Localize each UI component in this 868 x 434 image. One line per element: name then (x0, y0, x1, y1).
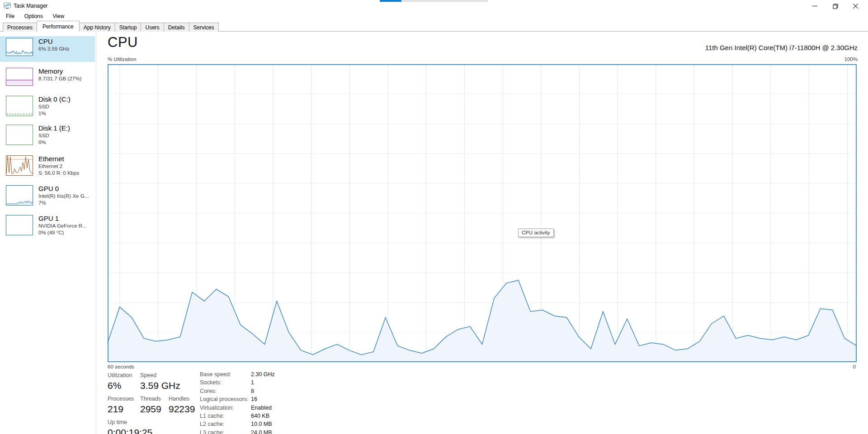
tab-app-history[interactable]: App history (79, 23, 115, 32)
gpu1-mini-chart (6, 215, 33, 235)
close-button[interactable] (845, 0, 866, 12)
task-manager-icon (4, 2, 11, 9)
stat-right-value: 1 (251, 379, 254, 386)
sidebar-item-title: Memory (38, 67, 81, 75)
minimize-icon (812, 4, 817, 9)
stat-right-label: Cores: (200, 388, 217, 394)
gpu0-mini-chart (6, 185, 33, 205)
stat-uptime-label: Up time (108, 419, 127, 425)
stat-utilization-label: Utilization (108, 372, 132, 378)
tab-services[interactable]: Services (189, 23, 219, 32)
minimize-button[interactable] (805, 0, 825, 12)
stat-right-label: Base speed: (200, 371, 231, 378)
y-max-label: 100% (844, 56, 858, 62)
stat-utilization-value: 6% (108, 380, 121, 391)
stat-right-label: Sockets: (200, 379, 222, 386)
stat-right-value: 8 (251, 388, 254, 394)
sidebar-item-title: GPU 1 (38, 214, 87, 223)
memory-mini-chart (6, 68, 33, 86)
sidebar-item-title: GPU 0 (38, 184, 89, 193)
sidebar-item-title: Ethernet (38, 154, 79, 163)
tab-performance[interactable]: Performance (37, 21, 80, 32)
sidebar-item-gpu1[interactable]: GPU 1NVIDIA GeForce R...0% (49 °C) (0, 213, 95, 242)
sidebar-item-memory[interactable]: Memory8.7/31.7 GB (27%) (0, 66, 95, 92)
sidebar-item-title: Disk 0 (C:) (38, 95, 71, 103)
menu-bar: File Options View (0, 12, 868, 21)
stat-uptime-value: 0:00:19:25 (108, 427, 152, 434)
stat-right-value: 24.0 MB (251, 429, 272, 434)
stat-right-label: Virtualization: (200, 405, 234, 411)
sidebar-item-disk0[interactable]: Disk 0 (C:)SSD1% (0, 94, 95, 123)
stat-right-label: L2 cache: (200, 421, 224, 427)
window-title: Task Manager (14, 3, 47, 9)
tab-users[interactable]: Users (141, 23, 164, 32)
stat-right-label: L3 cache: (200, 429, 224, 434)
cpu-panel: CPU 11th Gen Intel(R) Core(TM) i7-11800H… (96, 32, 868, 434)
stat-handles-value: 92239 (169, 404, 195, 415)
stat-right-value: 16 (251, 396, 257, 402)
restore-icon (833, 4, 838, 9)
sidebar-item-line3: 7% (38, 200, 89, 206)
stat-handles-label: Handles (169, 396, 189, 402)
cpu-utilization-chart[interactable] (108, 64, 857, 362)
page-title: CPU (108, 34, 138, 51)
x-left-label: 60 seconds (108, 364, 134, 369)
stat-processes-label: Processes (108, 396, 134, 402)
tab-processes[interactable]: Processes (3, 23, 37, 32)
sidebar-item-line3: S: 56.0 R: 0 Kbps (38, 170, 79, 177)
menu-options[interactable]: Options (21, 12, 47, 20)
close-icon (853, 4, 858, 9)
sidebar-item-line2: Intel(R) Iris(R) Xe G... (38, 193, 89, 200)
stat-threads-value: 2959 (140, 404, 161, 415)
sidebar-item-line2: SSD (38, 103, 71, 110)
performance-sidebar: CPU6% 3.59 GHzMemory8.7/31.7 GB (27%)Dis… (0, 32, 96, 434)
stat-right-label: L1 cache: (200, 413, 224, 419)
sidebar-item-gpu0[interactable]: GPU 0Intel(R) Iris(R) Xe G...7% (0, 183, 95, 212)
y-axis-label: % Utilization (108, 56, 136, 62)
stat-right-label: Logical processors: (200, 396, 249, 402)
sidebar-item-title: Disk 1 (E:) (38, 124, 70, 132)
sidebar-item-line3: 1% (38, 110, 71, 117)
tab-details[interactable]: Details (164, 23, 189, 32)
stat-right-value: 10.0 MB (251, 421, 272, 427)
cpu-mini-chart (6, 38, 33, 56)
x-right-label: 0 (853, 364, 856, 369)
tab-bar: Processes Performance App history Startu… (0, 21, 868, 32)
menu-file[interactable]: File (2, 12, 18, 20)
stat-processes-value: 219 (108, 404, 123, 415)
title-bar: Task Manager (0, 0, 868, 12)
sidebar-item-title: CPU (38, 37, 69, 46)
menu-view[interactable]: View (49, 12, 68, 20)
stat-right-value: 2.30 GHz (251, 371, 275, 378)
disk0-mini-chart (6, 96, 33, 116)
stat-speed-label: Speed (140, 372, 156, 378)
sidebar-item-line2: SSD (38, 132, 70, 139)
tab-startup[interactable]: Startup (115, 23, 142, 32)
cpu-activity-tooltip: CPU activity (518, 229, 554, 237)
ethernet-mini-chart (6, 155, 33, 176)
sidebar-item-line2: 6% 3.59 GHz (38, 46, 69, 52)
sidebar-item-line2: 8.7/31.7 GB (27%) (38, 75, 81, 82)
sidebar-item-line3: 0% (49 °C) (38, 229, 87, 236)
sidebar-item-line2: NVIDIA GeForce R... (38, 223, 87, 229)
top-progress-fill (380, 0, 401, 2)
stat-threads-label: Threads (140, 396, 161, 402)
sidebar-item-line2: Ethernet 2 (38, 163, 79, 170)
task-manager-window: Task Manager File Options View Pro (0, 0, 868, 434)
cpu-full-name: 11th Gen Intel(R) Core(TM) i7-11800H @ 2… (705, 44, 858, 51)
top-progress-bar (380, 0, 488, 2)
restore-button[interactable] (825, 0, 845, 12)
sidebar-item-line3: 0% (38, 139, 70, 146)
stat-right-value: Enabled (251, 405, 272, 411)
stat-speed-value: 3.59 GHz (140, 380, 180, 391)
sidebar-item-cpu[interactable]: CPU6% 3.59 GHz (0, 36, 95, 62)
stat-right-value: 640 KB (251, 413, 269, 419)
sidebar-item-disk1[interactable]: Disk 1 (E:)SSD0% (0, 123, 95, 152)
disk1-mini-chart (6, 125, 33, 145)
sidebar-item-ethernet[interactable]: EthernetEthernet 2S: 56.0 R: 0 Kbps (0, 154, 95, 182)
